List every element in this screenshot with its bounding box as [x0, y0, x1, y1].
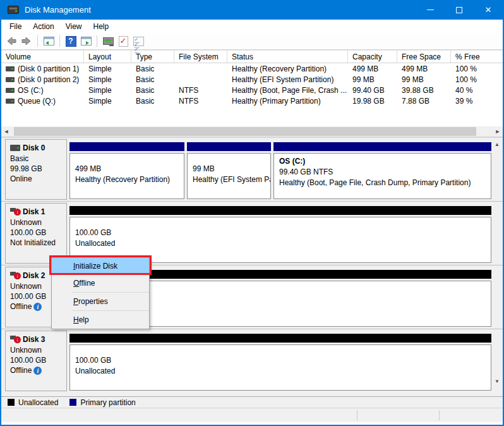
scroll-right-icon[interactable]: ► — [493, 126, 503, 137]
disk0-partitions: 499 MB Healthy (Recovery Partition) 99 M… — [69, 142, 491, 199]
volume-icon — [6, 66, 15, 71]
tasklist-icon[interactable]: ✓—✓—✓— — [132, 35, 145, 47]
legend-label: Primary partition — [80, 398, 135, 407]
column-header-capacity[interactable]: Capacity — [348, 51, 397, 63]
volume-type: Basic — [131, 75, 174, 84]
menu-help[interactable]: Help — [88, 21, 115, 32]
disk3-panel[interactable]: ↓Disk 3 Unknown 100.00 GB Offlinei — [5, 331, 67, 391]
action-pane-icon[interactable] — [80, 35, 92, 47]
check-icon[interactable]: ✓ — [117, 35, 129, 47]
forward-icon[interactable] — [20, 35, 33, 47]
partition-size: 99 MB — [193, 164, 270, 174]
volume-list: Volume Layout Type File System Status Ca… — [1, 50, 503, 137]
column-header-type[interactable]: Type — [131, 51, 174, 63]
disk0-panel[interactable]: Disk 0 Basic 99.98 GB Online — [5, 139, 67, 200]
column-header-pct-free[interactable]: % Free — [451, 51, 503, 63]
column-header-status[interactable]: Status — [227, 51, 348, 63]
disk-row-disk0: Disk 0 Basic 99.98 GB Online 499 MB Heal… — [1, 138, 503, 202]
maximize-icon — [456, 7, 462, 13]
primary-partition-swatch — [69, 399, 76, 406]
toolbar-separator — [37, 35, 38, 47]
volume-icon — [6, 88, 15, 93]
partition-label: OS (C:) — [279, 156, 491, 167]
menu-action[interactable]: Action — [27, 21, 59, 32]
menu-view[interactable]: View — [60, 21, 88, 32]
volume-type: Basic — [131, 86, 174, 95]
legend-unallocated: Unallocated — [8, 398, 58, 407]
partition-color-bar — [273, 142, 491, 151]
disk3-partitions: 100.00 GB Unallocated — [69, 334, 491, 391]
disk-type: Unknown — [10, 217, 65, 228]
toolbar: ? ✓ ✓—✓—✓— — [1, 33, 503, 50]
partition-recovery[interactable]: 499 MB Healthy (Recovery Partition) — [69, 142, 184, 199]
disk-warning-icon: ↓ — [10, 336, 21, 343]
menu-item-offline[interactable]: Offline — [52, 274, 149, 292]
statusbar-divider — [439, 410, 440, 420]
title-bar: Disk Management ✕ — [1, 0, 503, 20]
partition-status: Unallocated — [75, 366, 491, 377]
partition-efi[interactable]: 99 MB Healthy (EFI System Partition) — [187, 142, 271, 199]
table-row[interactable]: (Disk 0 partition 2) Simple Basic Health… — [1, 74, 503, 85]
back-icon[interactable] — [5, 35, 18, 47]
volume-type: Basic — [131, 64, 174, 73]
partition-unallocated[interactable]: 100.00 GB Unallocated — [69, 334, 491, 391]
volume-name: Queue (Q:) — [18, 97, 56, 106]
maximize-button[interactable] — [445, 0, 474, 20]
status-bar — [1, 408, 503, 422]
close-button[interactable]: ✕ — [474, 0, 503, 20]
partition-status: Unallocated — [75, 238, 491, 249]
volume-status: Healthy (Boot, Page File, Crash ... — [227, 86, 348, 95]
close-icon: ✕ — [485, 5, 492, 15]
partition-status: Healthy (EFI System Partition) — [193, 174, 270, 185]
menu-item-initialize-disk[interactable]: Initialize Disk — [52, 258, 149, 274]
volume-layout: Simple — [84, 75, 131, 84]
statusbar-divider — [357, 410, 357, 420]
disk1-panel[interactable]: ↓Disk 1 Unknown 100.00 GB Not Initialize… — [5, 203, 67, 264]
column-header-free-space[interactable]: Free Space — [397, 51, 451, 63]
column-header-volume[interactable]: Volume — [1, 51, 84, 63]
volume-free-space: 499 MB — [397, 64, 451, 73]
volume-layout: Simple — [84, 64, 131, 73]
help-icon[interactable]: ? — [64, 35, 77, 47]
scroll-down-icon[interactable]: ▼ — [493, 379, 501, 384]
column-header-file-system[interactable]: File System — [174, 51, 227, 63]
partition-size: 99.40 GB NTFS — [279, 167, 491, 178]
volume-capacity: 99.40 GB — [348, 86, 397, 95]
unallocated-swatch — [8, 399, 15, 406]
scrollbar-thumb[interactable] — [14, 127, 476, 136]
volume-type: Basic — [131, 97, 174, 106]
toolbar-separator — [97, 35, 97, 47]
volume-pct-free: 40 % — [451, 86, 503, 95]
legend-label: Unallocated — [18, 398, 58, 407]
disk-management-window: Disk Management ✕ File Action View Help … — [0, 0, 504, 426]
partition-os-c[interactable]: OS (C:) 99.40 GB NTFS Healthy (Boot, Pag… — [273, 142, 491, 199]
column-header-layout[interactable]: Layout — [84, 51, 131, 63]
disk-size: 100.00 GB — [10, 228, 65, 238]
menu-item-help[interactable]: Help — [52, 311, 149, 329]
table-row[interactable]: Queue (Q:) Simple Basic NTFS Healthy (Pr… — [1, 95, 503, 106]
table-row[interactable]: OS (C:) Simple Basic NTFS Healthy (Boot,… — [1, 85, 503, 95]
volume-capacity: 99 MB — [348, 75, 397, 84]
volume-name: OS (C:) — [18, 86, 44, 95]
partition-color-bar — [69, 334, 491, 343]
menu-file[interactable]: File — [4, 21, 27, 32]
volume-layout: Simple — [84, 97, 131, 106]
console-tree-icon[interactable] — [42, 35, 55, 47]
scroll-up-icon[interactable]: ▲ — [493, 142, 501, 147]
volume-name: (Disk 0 partition 2) — [18, 75, 79, 84]
volume-pct-free: 100 % — [451, 75, 503, 84]
partition-status: Healthy (Recovery Partition) — [75, 174, 184, 185]
volume-status: Healthy (Recovery Partition) — [227, 64, 348, 73]
menu-item-properties[interactable]: Properties — [52, 293, 149, 310]
minimize-button[interactable] — [416, 0, 445, 20]
context-menu: Initialize Disk Offline Properties Help — [51, 257, 150, 329]
scroll-left-icon[interactable]: ◄ — [1, 126, 11, 137]
partition-status: Healthy (Boot, Page File, Crash Dump, Pr… — [279, 178, 491, 188]
volume-list-header: Volume Layout Type File System Status Ca… — [1, 50, 503, 63]
horizontal-scrollbar[interactable]: ◄ ► — [1, 126, 503, 137]
partition-unallocated[interactable]: 100.00 GB Unallocated — [69, 206, 491, 263]
table-row[interactable]: (Disk 0 partition 1) Simple Basic Health… — [1, 63, 503, 74]
disk-size: 100.00 GB — [10, 355, 65, 365]
volume-free-space: 7.88 GB — [397, 97, 451, 106]
device-view-icon[interactable] — [102, 35, 114, 47]
